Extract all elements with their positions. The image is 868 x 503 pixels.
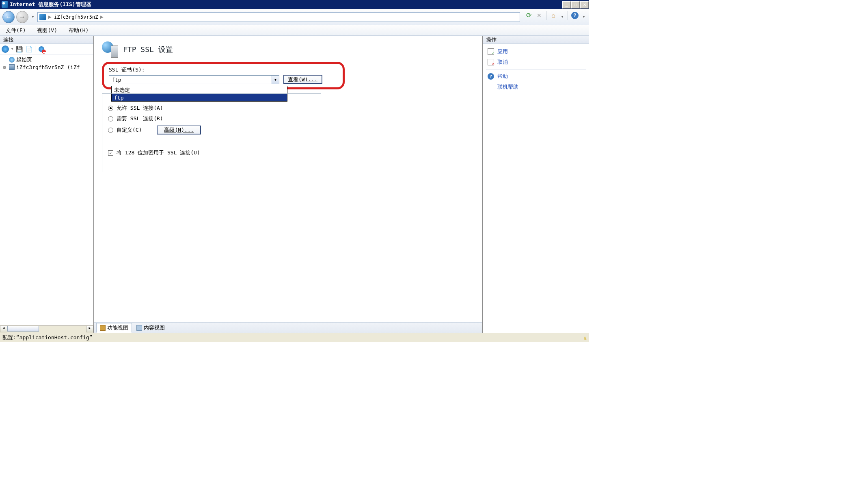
action-apply[interactable]: 应用	[483, 46, 589, 57]
radio-icon	[108, 106, 113, 111]
iis-app-icon	[2, 1, 8, 8]
help-icon: ?	[488, 73, 494, 80]
menu-file[interactable]: 文件(F)	[4, 26, 27, 35]
nav-back-button[interactable]: ←	[2, 11, 15, 23]
view-tabs: 功能视图 内容视图	[94, 322, 482, 333]
tab-label: 内容视图	[144, 324, 165, 332]
breadcrumb[interactable]: ▶ iZfc3rgfh5vr5nZ ▶	[37, 12, 520, 22]
checkbox-128bit[interactable]: 将 128 位加密用于 SSL 连接(U)	[108, 149, 315, 156]
menu-view[interactable]: 视图(V)	[35, 26, 58, 35]
connect-dropdown-icon[interactable]: ▾	[11, 47, 13, 51]
tab-features-view[interactable]: 功能视图	[96, 323, 132, 333]
horizontal-scrollbar[interactable]: ◄ ►	[0, 325, 93, 333]
radio-require-ssl[interactable]: 需要 SSL 连接(R)	[108, 115, 315, 122]
breadcrumb-server[interactable]: iZfc3rgfh5vr5nZ	[54, 14, 98, 20]
menu-bar: 文件(F) 视图(V) 帮助(H)	[0, 25, 589, 36]
action-online-help[interactable]: 联机帮助	[483, 82, 589, 92]
actions-panel: 操作 应用 取消 ? 帮助 联机帮助	[483, 36, 589, 333]
tree-label: 起始页	[16, 56, 32, 63]
radio-icon	[108, 116, 113, 121]
window-title: Internet 信息服务(IIS)管理器	[10, 1, 91, 8]
document-icon[interactable]: 📄	[25, 46, 32, 53]
nav-history-dropdown[interactable]: ▼	[30, 11, 36, 23]
features-view-icon	[100, 325, 106, 331]
scroll-right-icon[interactable]: ►	[86, 326, 93, 332]
action-label: 帮助	[497, 73, 508, 80]
ssl-policy-groupbox: 允许 SSL 连接(A) 需要 SSL 连接(R) 自定义(C) 高级(N)..…	[102, 93, 321, 172]
page-header: FTP SSL 设置	[94, 36, 482, 62]
home-dropdown[interactable]: ▾	[559, 11, 565, 23]
breadcrumb-sep-icon: ▶	[48, 15, 52, 19]
action-help[interactable]: ? 帮助	[483, 71, 589, 82]
help-icon[interactable]: ?	[570, 11, 579, 20]
radio-icon	[108, 128, 113, 133]
advanced-button[interactable]: 高级(N)...	[157, 126, 201, 134]
server-icon	[9, 64, 15, 70]
remove-connection-icon[interactable]	[38, 46, 45, 53]
apply-icon	[488, 48, 494, 55]
radio-custom-ssl[interactable]: 自定义(C) 高级(N)...	[108, 126, 315, 134]
action-label: 应用	[497, 48, 508, 55]
status-config-text: 配置:“applicationHost.config”	[2, 334, 93, 341]
chevron-down-icon[interactable]: ▼	[272, 76, 279, 84]
cancel-icon	[488, 59, 494, 65]
actions-header: 操作	[483, 36, 589, 44]
annotation-highlight: SSL 证书(S): ftp ▼ 查看(W)... 未选定 ftp	[102, 62, 345, 89]
connections-tree: 起始页 ⊞ iZfc3rgfh5vr5nZ (iZf	[0, 54, 93, 325]
checkbox-label: 将 128 位加密用于 SSL 连接(U)	[117, 149, 200, 156]
connections-panel: 连接 ▾ 💾 📄 起始页 ⊞ iZfc3rgfh5vr5nZ (iZf ◄	[0, 36, 94, 333]
globe-icon	[9, 57, 15, 63]
view-cert-button[interactable]: 查看(W)...	[283, 75, 322, 84]
radio-label: 自定义(C)	[117, 126, 142, 134]
action-cancel[interactable]: 取消	[483, 57, 589, 67]
ssl-cert-dropdown[interactable]: ftp ▼	[109, 75, 279, 84]
content-view-icon	[136, 325, 142, 331]
tree-server-node[interactable]: ⊞ iZfc3rgfh5vr5nZ (iZf	[2, 63, 92, 71]
menu-help[interactable]: 帮助(H)	[67, 26, 90, 35]
separator	[568, 11, 568, 20]
server-icon	[39, 14, 46, 20]
separator	[35, 46, 35, 52]
tree-start-page[interactable]: 起始页	[2, 56, 92, 63]
checkbox-icon	[108, 150, 113, 156]
ssl-cert-label: SSL 证书(S):	[109, 66, 338, 74]
separator	[546, 11, 546, 20]
dropdown-value: ftp	[112, 77, 121, 83]
connections-header: 连接	[0, 36, 93, 44]
breadcrumb-sep-icon: ▶	[100, 15, 104, 19]
minimize-button[interactable]: _	[562, 1, 571, 9]
action-label: 联机帮助	[497, 83, 518, 91]
scroll-left-icon[interactable]: ◄	[0, 326, 7, 332]
window-buttons: _ □ ✕	[562, 1, 589, 9]
page-title: FTP SSL 设置	[123, 45, 173, 54]
address-bar: ← → ▼ ▶ iZfc3rgfh5vr5nZ ▶ ⟳ ✕ ⌂ ▾ ? ▾	[0, 9, 589, 25]
watermark: ♞	[584, 335, 587, 341]
connections-toolbar: ▾ 💾 📄	[0, 44, 93, 54]
navbar-tools: ⟳ ✕ ⌂ ▾ ? ▾	[524, 11, 587, 23]
window-titlebar: Internet 信息服务(IIS)管理器 _ □ ✕	[0, 0, 589, 9]
stop-icon[interactable]: ✕	[535, 11, 544, 20]
main-layout: 连接 ▾ 💾 📄 起始页 ⊞ iZfc3rgfh5vr5nZ (iZf ◄	[0, 36, 589, 333]
ftp-ssl-icon	[102, 41, 118, 58]
tab-label: 功能视图	[107, 324, 128, 332]
nav-forward-button[interactable]: →	[16, 11, 28, 23]
close-button[interactable]: ✕	[580, 1, 589, 9]
tab-content-view[interactable]: 内容视图	[133, 323, 168, 333]
action-label: 取消	[497, 59, 508, 66]
help-dropdown[interactable]: ▾	[581, 11, 587, 23]
maximize-button[interactable]: □	[571, 1, 580, 9]
radio-allow-ssl[interactable]: 允许 SSL 连接(A)	[108, 104, 315, 112]
scroll-thumb[interactable]	[7, 326, 39, 332]
save-icon[interactable]: 💾	[15, 46, 23, 53]
connect-icon[interactable]	[2, 46, 9, 53]
status-bar: 配置:“applicationHost.config” ♞	[0, 333, 589, 342]
home-icon[interactable]: ⌂	[549, 11, 558, 20]
content-panel: FTP SSL 设置 SSL 证书(S): ftp ▼ 查看(W)... 未选定…	[94, 36, 483, 333]
refresh-icon[interactable]: ⟳	[524, 11, 533, 20]
radio-label: 允许 SSL 连接(A)	[117, 104, 163, 112]
expand-icon[interactable]: ⊞	[2, 65, 7, 69]
radio-label: 需要 SSL 连接(R)	[117, 115, 163, 122]
tree-label: iZfc3rgfh5vr5nZ (iZf	[16, 64, 80, 70]
dropdown-option-none[interactable]: 未选定	[112, 86, 287, 94]
